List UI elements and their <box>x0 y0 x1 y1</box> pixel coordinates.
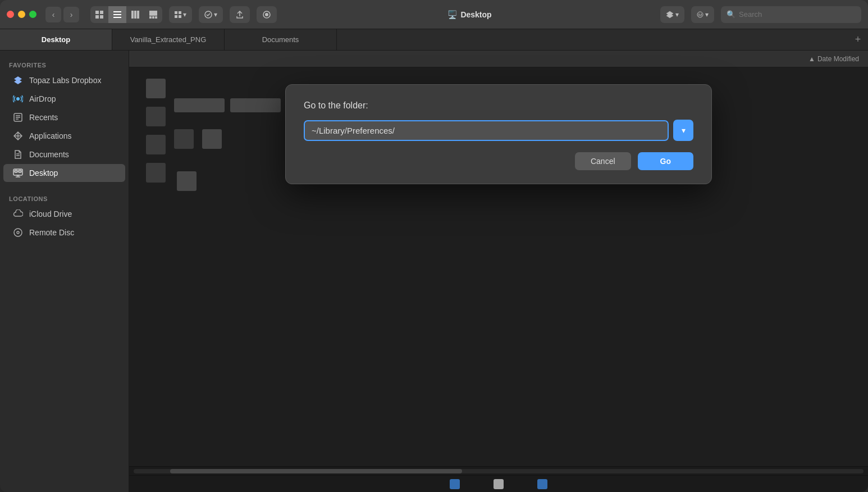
title-bar: ‹ › <box>0 0 868 29</box>
column-header: ▲ Date Modified <box>129 51 868 67</box>
action-chevron: ▾ <box>214 11 217 19</box>
svg-rect-9 <box>137 11 139 19</box>
svg-rect-6 <box>113 17 121 18</box>
svg-point-38 <box>14 229 22 236</box>
sidebar-item-remote[interactable]: Remote Disc <box>3 224 125 242</box>
svg-rect-15 <box>179 11 181 14</box>
sidebar-item-recents[interactable]: Recents <box>3 108 125 126</box>
tab-documents[interactable]: Documents <box>225 29 337 50</box>
action-button[interactable]: ▾ <box>199 6 223 23</box>
desktop-icon <box>12 167 24 179</box>
traffic-lights <box>7 11 36 18</box>
sort-arrow-icon: ▲ <box>808 55 815 63</box>
svg-rect-11 <box>149 16 152 19</box>
recents-icon <box>12 112 24 123</box>
svg-rect-0 <box>95 11 99 14</box>
svg-rect-13 <box>155 16 157 19</box>
modal-overlay: Go to the folder: ▾ Cancel Go <box>129 67 868 492</box>
m-chevron: ▾ <box>705 11 709 19</box>
search-bar[interactable]: 🔍 <box>721 6 861 23</box>
nav-buttons: ‹ › <box>45 7 79 22</box>
m-button[interactable]: M ▾ <box>691 6 714 23</box>
sidebar-item-airdrop[interactable]: AirDrop <box>3 90 125 108</box>
icloud-icon <box>12 208 24 220</box>
modal-title: Go to the folder: <box>304 101 693 111</box>
svg-rect-2 <box>95 15 99 19</box>
window-title: 🖥️ Desktop <box>284 10 656 19</box>
svg-rect-16 <box>175 15 177 18</box>
close-button[interactable] <box>7 11 14 18</box>
svg-rect-12 <box>152 16 154 19</box>
tab-desktop[interactable]: Desktop <box>0 29 112 50</box>
desktop-file-area: Go to the folder: ▾ Cancel Go <box>129 67 868 492</box>
svg-rect-10 <box>149 11 157 16</box>
forward-button[interactable]: › <box>63 7 79 22</box>
sidebar: Favorites Topaz Labs Dropbox <box>0 51 129 492</box>
svg-rect-14 <box>175 11 177 14</box>
back-button[interactable]: ‹ <box>45 7 61 22</box>
svg-rect-1 <box>100 11 103 14</box>
favorites-title: Favorites <box>0 57 129 71</box>
view-list[interactable] <box>108 6 126 23</box>
share-button[interactable] <box>230 6 250 23</box>
locations-title: Locations <box>0 191 129 204</box>
sort-label: Date Modified <box>817 55 859 63</box>
folder-path-input[interactable] <box>304 120 669 141</box>
dropbox-chevron: ▾ <box>675 11 679 19</box>
search-input[interactable] <box>739 10 856 19</box>
svg-point-23 <box>16 97 20 101</box>
svg-rect-5 <box>113 14 121 15</box>
airdrop-icon <box>12 93 24 104</box>
documents-icon <box>12 149 24 160</box>
folder-icon: 🖥️ <box>447 10 457 19</box>
view-columns[interactable] <box>126 6 144 23</box>
main-content: Favorites Topaz Labs Dropbox <box>0 51 868 492</box>
search-icon: 🔍 <box>727 10 735 19</box>
finder-window: ‹ › <box>0 0 868 492</box>
view-icon-grid[interactable] <box>90 6 108 23</box>
sidebar-item-applications[interactable]: Applications <box>3 127 125 145</box>
file-area: ▲ Date Modified Go to the f <box>129 51 868 492</box>
svg-rect-4 <box>113 11 121 12</box>
applications-icon <box>12 130 24 142</box>
tab-bar: Desktop Vanilla_Extracted_PNG Documents … <box>0 29 868 51</box>
svg-rect-3 <box>100 15 103 19</box>
svg-rect-7 <box>131 11 134 19</box>
minimize-button[interactable] <box>18 11 25 18</box>
dropbox-button[interactable]: ▾ <box>660 6 684 23</box>
sidebar-item-desktop[interactable]: Desktop <box>3 164 125 182</box>
goto-folder-dialog: Go to the folder: ▾ Cancel Go <box>285 84 712 184</box>
svg-text:M: M <box>698 12 702 17</box>
sidebar-item-documents[interactable]: Documents <box>3 145 125 163</box>
maximize-button[interactable] <box>29 11 36 18</box>
tab-add-button[interactable]: + <box>848 29 868 50</box>
svg-rect-8 <box>134 11 136 19</box>
group-chevron: ▾ <box>183 11 186 19</box>
go-button[interactable]: Go <box>638 152 693 170</box>
sidebar-item-icloud[interactable]: iCloud Drive <box>3 205 125 223</box>
modal-buttons: Cancel Go <box>304 152 693 170</box>
sort-indicator[interactable]: ▲ Date Modified <box>808 55 859 63</box>
tab-vanilla[interactable]: Vanilla_Extracted_PNG <box>112 29 225 50</box>
sidebar-item-topaz[interactable]: Topaz Labs Dropbox <box>3 71 125 89</box>
svg-point-20 <box>265 13 268 16</box>
path-dropdown-button[interactable]: ▾ <box>673 120 693 141</box>
group-by-button[interactable]: ▾ <box>169 6 192 23</box>
view-mode-group <box>90 6 162 23</box>
svg-rect-37 <box>19 170 21 172</box>
dropbox-icon <box>12 75 24 86</box>
modal-input-row: ▾ <box>304 120 693 141</box>
svg-point-39 <box>17 231 19 234</box>
tag-button[interactable] <box>257 6 277 23</box>
svg-rect-36 <box>15 170 17 172</box>
view-gallery[interactable] <box>144 6 162 23</box>
remote-disc-icon <box>12 227 24 238</box>
svg-rect-17 <box>179 15 181 18</box>
cancel-button[interactable]: Cancel <box>575 152 631 170</box>
